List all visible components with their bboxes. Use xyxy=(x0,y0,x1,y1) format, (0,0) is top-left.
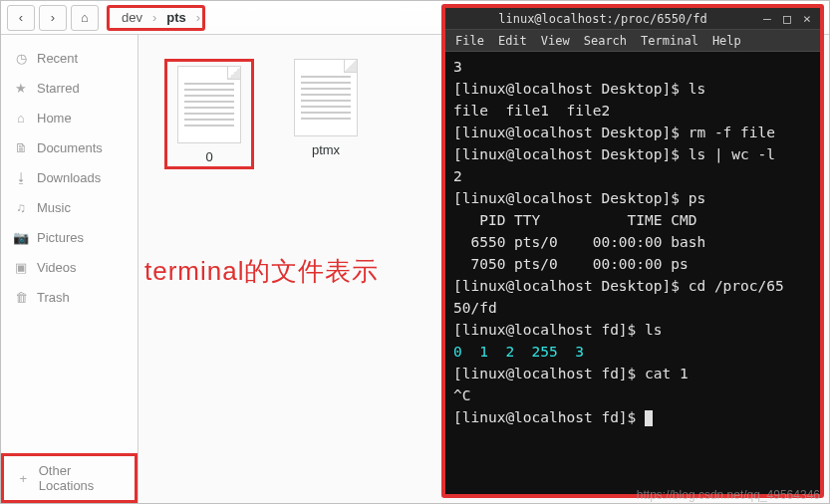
clock-icon: ◷ xyxy=(13,50,29,66)
file-label: 0 xyxy=(205,149,212,164)
trash-icon: 🗑 xyxy=(13,289,29,305)
sidebar-item-label: Pictures xyxy=(37,230,84,245)
terminal-titlebar[interactable]: linux@localhost:/proc/6550/fd – □ × xyxy=(445,8,820,30)
video-icon: ▣ xyxy=(13,259,29,275)
sidebar-item-label: Starred xyxy=(37,81,80,96)
term-line: [linux@localhost Desktop]$ ps xyxy=(453,190,705,206)
maximize-button[interactable]: □ xyxy=(780,12,794,26)
star-icon: ★ xyxy=(13,80,29,96)
sidebar-item-starred[interactable]: ★Starred xyxy=(1,73,138,103)
forward-button[interactable]: › xyxy=(39,5,67,31)
sidebar-item-label: Other Locations xyxy=(39,463,123,493)
sidebar-item-other-locations[interactable]: +Other Locations xyxy=(1,453,138,503)
home-icon: ⌂ xyxy=(81,10,89,25)
file-item-0[interactable]: 0 xyxy=(177,66,241,164)
sidebar-item-label: Trash xyxy=(37,290,70,305)
file-label: ptmx xyxy=(312,142,340,157)
text-file-icon xyxy=(177,66,241,143)
breadcrumb-seg-dev[interactable]: dev xyxy=(112,8,152,28)
terminal-menubar: File Edit View Search Terminal Help xyxy=(445,30,820,52)
sidebar-item-videos[interactable]: ▣Videos xyxy=(1,252,138,282)
term-line: PID TTY TIME CMD xyxy=(453,212,696,228)
term-line: [linux@localhost fd]$ cat 1 xyxy=(453,366,689,381)
breadcrumb-seg-pts[interactable]: pts xyxy=(156,8,196,28)
term-line: 2 xyxy=(453,168,462,184)
home-button[interactable]: ⌂ xyxy=(71,5,99,31)
text-file-icon xyxy=(294,59,358,136)
term-line: 6550 pts/0 00:00:00 bash xyxy=(453,234,705,250)
term-line: [linux@localhost Desktop]$ ls xyxy=(453,81,705,97)
home-icon: ⌂ xyxy=(13,110,29,126)
file-item-ptmx[interactable]: ptmx xyxy=(294,59,358,157)
sidebar-item-recent[interactable]: ◷Recent xyxy=(1,43,138,73)
term-line: [linux@localhost Desktop]$ ls | wc -l xyxy=(453,146,775,162)
menu-view[interactable]: View xyxy=(541,34,570,48)
breadcrumb: dev › pts › xyxy=(107,5,205,31)
sidebar-item-label: Documents xyxy=(37,140,103,155)
sidebar-item-music[interactable]: ♫Music xyxy=(1,192,138,222)
sidebar-item-trash[interactable]: 🗑Trash xyxy=(1,282,138,312)
terminal-body[interactable]: 3 [linux@localhost Desktop]$ ls file fil… xyxy=(445,52,820,494)
menu-edit[interactable]: Edit xyxy=(498,34,527,48)
sidebar-item-label: Downloads xyxy=(37,170,101,185)
sidebar-item-pictures[interactable]: 📷Pictures xyxy=(1,222,138,252)
chevron-left-icon: ‹ xyxy=(19,10,23,25)
download-icon: ⭳ xyxy=(13,169,29,185)
chevron-right-icon: › xyxy=(51,10,55,25)
menu-terminal[interactable]: Terminal xyxy=(641,34,698,48)
plus-icon: + xyxy=(16,470,31,486)
term-line: [linux@localhost Desktop]$ rm -f file xyxy=(453,125,775,140)
camera-icon: 📷 xyxy=(13,229,29,245)
close-button[interactable]: × xyxy=(800,12,814,26)
minimize-button[interactable]: – xyxy=(760,12,774,26)
term-line: file file1 file2 xyxy=(453,103,610,119)
sidebar-item-label: Videos xyxy=(37,260,77,275)
sidebar-item-label: Recent xyxy=(37,51,78,66)
sidebar-item-documents[interactable]: 🗎Documents xyxy=(1,132,138,162)
terminal-title: linux@localhost:/proc/6550/fd xyxy=(451,12,754,26)
sidebar-item-label: Music xyxy=(37,200,71,215)
term-line: [linux@localhost fd]$ ls xyxy=(453,322,663,338)
breadcrumb-sep-icon: › xyxy=(196,10,200,25)
back-button[interactable]: ‹ xyxy=(7,5,35,31)
music-icon: ♫ xyxy=(13,199,29,215)
term-line: 3 xyxy=(453,59,462,75)
annotation-box-file-0: 0 xyxy=(164,59,254,169)
sidebar-item-home[interactable]: ⌂Home xyxy=(1,103,138,132)
term-line: [linux@localhost fd]$ xyxy=(453,409,645,425)
sidebar-item-label: Home xyxy=(37,111,72,126)
sidebar-item-downloads[interactable]: ⭳Downloads xyxy=(1,162,138,192)
term-line: 50/fd xyxy=(453,300,497,316)
annotation-text: terminal的文件表示 xyxy=(144,254,379,289)
term-line: 0 1 2 255 3 xyxy=(453,344,584,360)
cursor-icon xyxy=(645,410,653,426)
sidebar: ◷Recent ★Starred ⌂Home 🗎Documents ⭳Downl… xyxy=(1,35,138,503)
term-line: [linux@localhost Desktop]$ cd /proc/65 xyxy=(453,278,784,294)
term-line: 7050 pts/0 00:00:00 ps xyxy=(453,256,689,272)
menu-file[interactable]: File xyxy=(455,34,484,48)
document-icon: 🗎 xyxy=(13,139,29,155)
watermark: https://blog.csdn.net/qq_49564346 xyxy=(637,488,820,502)
term-line: ^C xyxy=(453,387,470,403)
menu-search[interactable]: Search xyxy=(584,34,627,48)
terminal-window: linux@localhost:/proc/6550/fd – □ × File… xyxy=(441,4,824,498)
menu-help[interactable]: Help xyxy=(712,34,741,48)
